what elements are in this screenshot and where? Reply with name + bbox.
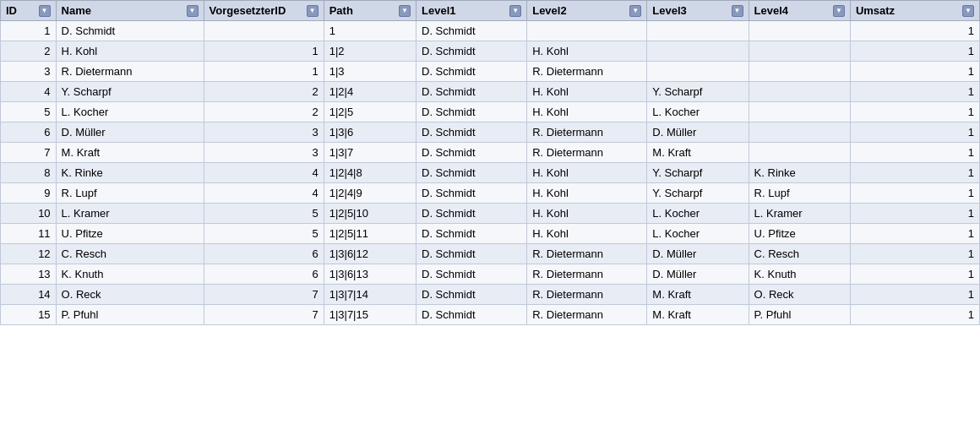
- header-label-level1: Level1: [422, 4, 455, 17]
- cell-vorgid: 1: [204, 41, 324, 62]
- cell-level1: D. Schmidt: [416, 102, 527, 122]
- cell-level2: H. Kohl: [527, 102, 647, 122]
- sort-icon-vorgid[interactable]: [307, 5, 318, 17]
- cell-vorgid: 6: [204, 264, 324, 285]
- cell-name: R. Lupf: [56, 183, 204, 204]
- cell-level3: L. Kocher: [647, 102, 749, 122]
- cell-level1: D. Schmidt: [416, 163, 527, 183]
- cell-level3: Y. Scharpf: [647, 163, 749, 183]
- sort-icon-level3[interactable]: [732, 5, 743, 17]
- cell-umsatz: 1: [850, 82, 979, 102]
- table-row: 10L. Kramer51|2|5|10D. SchmidtH. KohlL. …: [1, 204, 980, 224]
- cell-umsatz: 1: [850, 285, 979, 305]
- cell-vorgid: [204, 21, 324, 41]
- header-label-level2: Level2: [532, 4, 566, 17]
- cell-level4: [749, 82, 850, 102]
- cell-vorgid: 4: [204, 163, 324, 183]
- cell-vorgid: 6: [204, 244, 324, 264]
- cell-path: 1|2|5|11: [324, 224, 416, 244]
- cell-umsatz: 1: [850, 21, 979, 41]
- header-label-id: ID: [6, 4, 17, 17]
- cell-path: 1|3|7: [324, 143, 416, 163]
- cell-path: 1|2|5: [324, 102, 416, 122]
- cell-level3: D. Müller: [647, 244, 749, 264]
- cell-name: K. Knuth: [56, 264, 204, 285]
- table-row: 6D. Müller31|3|6D. SchmidtR. DietermannD…: [1, 122, 980, 143]
- cell-id: 9: [1, 183, 57, 204]
- cell-umsatz: 1: [850, 204, 979, 224]
- header-level1[interactable]: Level1: [416, 1, 527, 21]
- header-name[interactable]: Name: [56, 1, 204, 21]
- header-id[interactable]: ID: [1, 1, 57, 21]
- table-row: 4Y. Scharpf21|2|4D. SchmidtH. KohlY. Sch…: [1, 82, 980, 102]
- sort-icon-path[interactable]: [399, 5, 411, 17]
- cell-level4: [749, 102, 850, 122]
- cell-path: 1|2|4|8: [324, 163, 416, 183]
- cell-level2: R. Dietermann: [527, 305, 647, 325]
- cell-id: 14: [1, 285, 57, 305]
- sort-icon-level4[interactable]: [833, 5, 845, 17]
- cell-level4: [749, 122, 850, 143]
- cell-level1: D. Schmidt: [416, 143, 527, 163]
- cell-id: 15: [1, 305, 57, 325]
- cell-vorgid: 1: [204, 62, 324, 82]
- cell-vorgid: 2: [204, 82, 324, 102]
- cell-path: 1|3|7|14: [324, 285, 416, 305]
- header-level3[interactable]: Level3: [647, 1, 749, 21]
- cell-level4: L. Kramer: [749, 204, 850, 224]
- sort-icon-level2[interactable]: [629, 5, 641, 17]
- cell-level2: H. Kohl: [527, 41, 647, 62]
- cell-level4: C. Resch: [749, 244, 850, 264]
- cell-level2: H. Kohl: [527, 183, 647, 204]
- cell-name: L. Kocher: [56, 102, 204, 122]
- cell-level3: L. Kocher: [647, 224, 749, 244]
- table-row: 11U. Pfitze51|2|5|11D. SchmidtH. KohlL. …: [1, 224, 980, 244]
- cell-level1: D. Schmidt: [416, 122, 527, 143]
- cell-level3: M. Kraft: [647, 285, 749, 305]
- header-label-umsatz: Umsatz: [856, 4, 895, 17]
- cell-level4: P. Pfuhl: [749, 305, 850, 325]
- cell-level2: R. Dietermann: [527, 285, 647, 305]
- header-level4[interactable]: Level4: [749, 1, 850, 21]
- cell-name: C. Resch: [56, 244, 204, 264]
- cell-level2: [527, 21, 647, 41]
- cell-name: R. Dietermann: [56, 62, 204, 82]
- cell-level3: [647, 21, 749, 41]
- cell-level1: D. Schmidt: [416, 41, 527, 62]
- cell-level1: D. Schmidt: [416, 82, 527, 102]
- cell-id: 3: [1, 62, 57, 82]
- header-level2[interactable]: Level2: [527, 1, 647, 21]
- table-body: 1D. Schmidt1D. Schmidt12H. Kohl11|2D. Sc…: [1, 21, 980, 325]
- cell-level2: R. Dietermann: [527, 122, 647, 143]
- table-row: 13K. Knuth61|3|6|13D. SchmidtR. Dieterma…: [1, 264, 980, 285]
- cell-vorgid: 5: [204, 204, 324, 224]
- sort-icon-level1[interactable]: [509, 5, 521, 17]
- cell-name: K. Rinke: [56, 163, 204, 183]
- table-row: 9R. Lupf41|2|4|9D. SchmidtH. KohlY. Scha…: [1, 183, 980, 204]
- cell-id: 10: [1, 204, 57, 224]
- cell-path: 1: [324, 21, 416, 41]
- cell-umsatz: 1: [850, 183, 979, 204]
- header-row: IDNameVorgesetzterIDPathLevel1Level2Leve…: [1, 1, 980, 21]
- header-path[interactable]: Path: [324, 1, 416, 21]
- cell-level2: H. Kohl: [527, 163, 647, 183]
- cell-id: 13: [1, 264, 57, 285]
- cell-level1: D. Schmidt: [416, 21, 527, 41]
- cell-level2: R. Dietermann: [527, 244, 647, 264]
- sort-icon-umsatz[interactable]: [962, 5, 974, 17]
- cell-level1: D. Schmidt: [416, 183, 527, 204]
- sort-icon-name[interactable]: [187, 5, 199, 17]
- cell-name: O. Reck: [56, 285, 204, 305]
- table-row: 14O. Reck71|3|7|14D. SchmidtR. Dieterman…: [1, 285, 980, 305]
- header-vorgid[interactable]: VorgesetzterID: [204, 1, 324, 21]
- cell-level3: D. Müller: [647, 122, 749, 143]
- header-umsatz[interactable]: Umsatz: [850, 1, 979, 21]
- cell-vorgid: 7: [204, 285, 324, 305]
- cell-id: 5: [1, 102, 57, 122]
- cell-level1: D. Schmidt: [416, 244, 527, 264]
- cell-vorgid: 5: [204, 224, 324, 244]
- header-label-level3: Level3: [652, 4, 686, 17]
- sort-icon-id[interactable]: [39, 5, 51, 17]
- cell-level4: K. Rinke: [749, 163, 850, 183]
- cell-level2: R. Dietermann: [527, 143, 647, 163]
